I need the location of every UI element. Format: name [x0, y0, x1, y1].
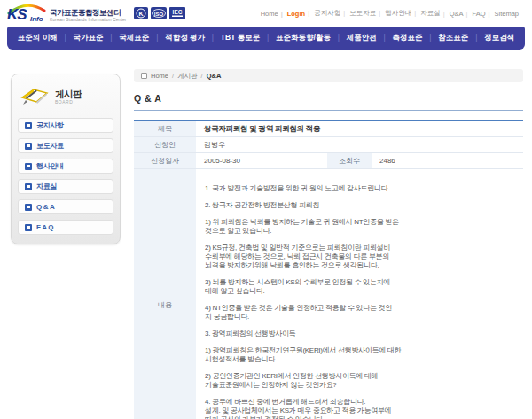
breadcrumb-separator: / [201, 72, 203, 80]
main-nav: 표준의 이해 국가표준 국제표준 적합성 평가 TBT 통보문 표준화동향/활동… [7, 27, 525, 50]
logo-info-text: Info [30, 15, 43, 23]
breadcrumb-separator: / [172, 72, 174, 80]
page-title: Q & A [134, 93, 523, 111]
table-row-content: 내용 1. 국가 발전과 기술발전을 위한 귀 원의 노고에 감사드립니다. 2… [134, 169, 523, 419]
post-applicant: 김병우 [196, 137, 523, 152]
utility-nav-faq[interactable]: FAQ [467, 10, 489, 18]
content-paragraph: 3. 광역피뢰침의 선행방사이득 [205, 330, 518, 338]
bullet-icon [25, 183, 32, 190]
sidebar-item-label: 공지사항 [36, 120, 64, 130]
sidebar-item-label: Q & A [36, 203, 54, 211]
utility-nav: Home Login 공지사항 보도자료 행사안내 자료실 Q&A FAQ Si… [256, 9, 523, 18]
sidebar-menu: 공지사항 보도자료 행사안내 자료실 Q & A F A Q [18, 118, 113, 235]
bullet-icon [25, 122, 32, 129]
post-views: 2486 [372, 153, 523, 168]
post-detail-table: 제목 쌍극자피뢰침 및 광역 피뢰침의 적용 신청인 김병우 신청일자 2005… [134, 120, 523, 419]
sidebar-subtitle: BOARD [55, 100, 82, 105]
nav-international-standards[interactable]: 국제표준 [113, 33, 154, 43]
utility-nav-press[interactable]: 보도자료 [345, 9, 380, 18]
content-label: 내용 [134, 169, 196, 419]
breadcrumb-current: Q&A [207, 72, 222, 80]
applicant-label: 신청인 [134, 137, 196, 152]
site-logo[interactable]: KS Info 국가표준종합정보센터 Korean Standards Info… [7, 3, 127, 24]
breadcrumb-home[interactable]: Home [151, 72, 168, 80]
main-wrapper: 게시판 BOARD 공지사항 보도자료 행사안내 자료실 [0, 50, 532, 419]
post-content: 1. 국가 발전과 기술발전을 위한 귀 원의 노고에 감사드립니다. 2. 쌍… [196, 169, 523, 419]
bullet-icon [25, 143, 32, 150]
content-paragraph: 2) KS규정, 건축법 및 일반적 기준으로는 피뢰침이란 피뢰설비 수뢰부에… [205, 244, 518, 270]
content-paragraph: 1) 광역피뢰침은 한국전기연구원(KERI)에서 선행방사이득에 대한 시험성… [205, 346, 518, 364]
sidebar-item-press[interactable]: 보도자료 [18, 138, 113, 153]
logo-ks-text: KS [7, 6, 27, 24]
utility-nav-home[interactable]: Home [256, 10, 283, 18]
bullet-icon [25, 224, 32, 231]
sidebar-item-library[interactable]: 자료실 [18, 179, 113, 194]
ksinfo-logo-mark: KS Info [7, 3, 46, 24]
post-date: 2005-08-30 [196, 153, 327, 168]
nav-info-search[interactable]: 정보검색 [479, 33, 520, 43]
iso-badge-icon: ISO [151, 7, 167, 19]
content-paragraph: 2) 공인인증기관인 KERI에서 인정한 선행방사이득에 대해 기술표준원에서… [205, 372, 518, 390]
iec-badge-icon: IEC [169, 7, 185, 19]
utility-nav-login[interactable]: Login [283, 10, 309, 18]
breadcrumb-section[interactable]: 게시판 [177, 72, 198, 81]
page: { "header": { "logo": { "ks": "KS", "inf… [0, 0, 532, 419]
content-paragraph: 1) 위 피뢰침은 낙뢰를 방지하는 기술로 귀 원에서 NT인증을 받은 것으… [205, 218, 518, 236]
home-icon [141, 73, 147, 79]
nav-national-standards[interactable]: 국가표준 [68, 33, 109, 43]
content-paragraph: 2. 쌍극자 공간전하 방전분산형 피뢰침 [205, 201, 518, 210]
content-paragraph: 3) 뇌를 방지하는 시스템이 KS의 수뢰부로 인정될 수 있는지에 대해 알… [205, 278, 518, 296]
content-area: Home / 게시판 / Q&A Q & A 제목 쌍극자피뢰침 및 광역 피뢰… [134, 69, 523, 419]
utility-nav-notice[interactable]: 공지사항 [309, 9, 345, 18]
title-label: 제목 [134, 121, 196, 136]
nav-measurement-standards[interactable]: 측정표준 [387, 33, 428, 43]
sidebar-title: 게시판 [55, 89, 82, 99]
sidebar-item-qna[interactable]: Q & A [18, 199, 113, 214]
svg-text:IEC: IEC [172, 9, 182, 15]
post-title: 쌍극자피뢰침 및 광역 피뢰침의 적용 [196, 121, 523, 136]
nav-reference-standards[interactable]: 참조표준 [433, 33, 473, 43]
nav-standardization-trends[interactable]: 표준화동향/활동 [270, 33, 336, 43]
utility-nav-qna[interactable]: Q&A [445, 10, 468, 18]
org-name: 국가표준종합정보센터 Korean Standards Information … [50, 9, 127, 25]
content-paragraph: 1. 국가 발전과 기술발전을 위한 귀 원의 노고에 감사드립니다. [205, 184, 518, 193]
ks-mark-icon: K [134, 7, 148, 19]
utility-nav-sitemap[interactable]: Sitemap [489, 10, 523, 18]
notepad-pencil-icon [20, 85, 50, 109]
views-label: 조회수 [327, 153, 372, 168]
breadcrumb: Home / 게시판 / Q&A [134, 69, 523, 82]
sidebar-item-label: 자료실 [36, 182, 57, 191]
sidebar-header: 게시판 BOARD [18, 81, 113, 118]
nav-tbt-notifications[interactable]: TBT 통보문 [215, 33, 265, 43]
table-row-date-views: 신청일자 2005-08-30 조회수 2486 [134, 153, 523, 169]
svg-text:ISO: ISO [153, 12, 163, 17]
date-label: 신청일자 [134, 153, 196, 168]
content-paragraph: 4. 공무에 바쁘신 중에 번거롭게 해드려서 죄송합니다. 설계. 및 공사업… [205, 398, 518, 419]
sidebar-item-label: 행사안내 [36, 161, 64, 171]
sidebar-item-events[interactable]: 행사안내 [18, 159, 113, 174]
table-row-title: 제목 쌍극자피뢰침 및 광역 피뢰침의 적용 [134, 121, 523, 137]
top-header: KS Info 국가표준종합정보센터 Korean Standards Info… [0, 0, 532, 27]
nav-product-safety[interactable]: 제품안전 [341, 33, 382, 43]
nav-understanding-standards[interactable]: 표준의 이해 [12, 33, 63, 43]
sidebar-item-faq[interactable]: F A Q [18, 220, 113, 235]
utility-nav-library[interactable]: 자료실 [416, 9, 445, 18]
table-row-applicant: 신청인 김병우 [134, 137, 523, 153]
org-name-korean: 국가표준종합정보센터 [50, 9, 127, 17]
sidebar-item-label: F A Q [36, 223, 53, 231]
org-name-english: Korean Standards Information Center [50, 18, 127, 22]
sidebar-board-menu: 게시판 BOARD 공지사항 보도자료 행사안내 자료실 [11, 74, 121, 244]
sidebar-item-notice[interactable]: 공지사항 [18, 118, 113, 133]
sidebar-item-label: 보도자료 [36, 141, 64, 151]
bullet-icon [25, 163, 32, 170]
utility-nav-events[interactable]: 행사안내 [380, 9, 416, 18]
nav-conformity-assessment[interactable]: 적합성 평가 [160, 33, 210, 43]
content-paragraph: 4) NT인증을 받은 것은 기술을 인정하고 적용할 수 있다는 것인 지 궁… [205, 304, 518, 322]
bullet-icon [25, 204, 32, 211]
certification-badges: K ISO IEC [134, 7, 185, 19]
svg-text:K: K [138, 11, 143, 17]
